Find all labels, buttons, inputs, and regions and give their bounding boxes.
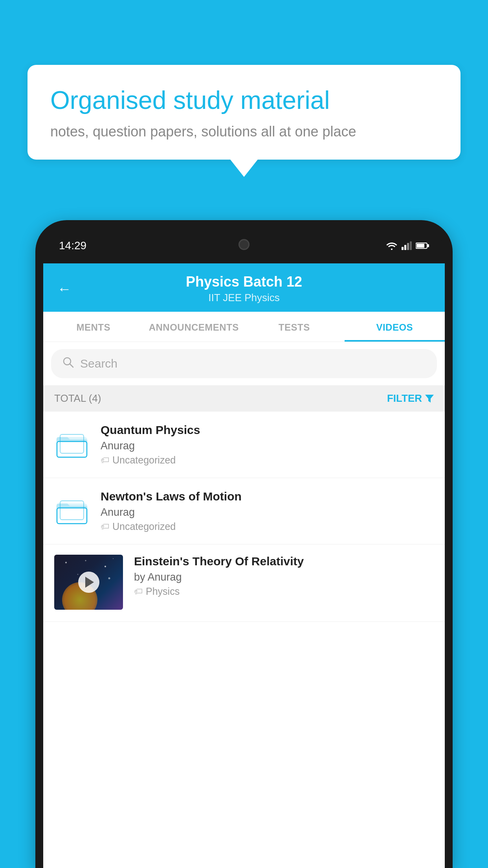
search-placeholder: Search <box>80 357 117 370</box>
battery-icon <box>416 242 429 249</box>
video-info: Einstein's Theory Of Relativity by Anura… <box>134 555 434 597</box>
total-count: TOTAL (4) <box>54 392 101 405</box>
tab-tests[interactable]: TESTS <box>244 312 345 342</box>
camera-notch <box>238 239 250 250</box>
video-tag: 🏷 Physics <box>134 586 434 597</box>
video-title: Newton's Laws of Motion <box>101 490 434 503</box>
svg-rect-0 <box>402 247 404 250</box>
svg-rect-14 <box>57 508 87 524</box>
tag-label: Uncategorized <box>112 454 176 466</box>
tag-label: Physics <box>146 586 180 597</box>
speech-bubble-title: Organised study material <box>50 85 438 116</box>
video-list: Quantum Physics Anurag 🏷 Uncategorized <box>43 412 445 622</box>
list-item[interactable]: Einstein's Theory Of Relativity by Anura… <box>43 544 445 622</box>
tab-ments[interactable]: MENTS <box>43 312 144 342</box>
search-bar[interactable]: Search <box>51 349 437 378</box>
video-tag: 🏷 Uncategorized <box>101 454 434 466</box>
tag-icon: 🏷 <box>101 522 109 532</box>
phone-frame: 14:29 ← P <box>35 220 453 868</box>
svg-rect-6 <box>427 244 429 247</box>
filter-funnel-icon <box>425 395 434 403</box>
svg-rect-1 <box>404 245 406 250</box>
wifi-icon <box>386 241 398 250</box>
video-author: Anurag <box>101 440 434 452</box>
app-subtitle: IIT JEE Physics <box>79 292 409 304</box>
back-button[interactable]: ← <box>57 281 72 297</box>
video-thumbnail <box>54 555 123 610</box>
list-item[interactable]: Quantum Physics Anurag 🏷 Uncategorized <box>43 412 445 478</box>
search-icon <box>62 356 74 371</box>
tag-icon: 🏷 <box>101 455 109 465</box>
svg-line-8 <box>70 364 73 367</box>
svg-rect-3 <box>410 241 412 250</box>
folder-icon <box>54 429 90 460</box>
tab-announcements[interactable]: ANNOUNCEMENTS <box>144 312 244 342</box>
svg-point-19 <box>113 558 114 559</box>
phone-time: 14:29 <box>59 239 86 252</box>
status-icons <box>386 241 429 250</box>
tag-icon: 🏷 <box>134 587 143 597</box>
video-info: Newton's Laws of Motion Anurag 🏷 Uncateg… <box>101 490 434 532</box>
phone-screen: ← Physics Batch 12 IIT JEE Physics MENTS… <box>43 263 445 868</box>
filter-label: FILTER <box>387 392 422 405</box>
svg-point-18 <box>105 566 106 567</box>
svg-rect-5 <box>416 244 424 248</box>
app-header: ← Physics Batch 12 IIT JEE Physics <box>43 263 445 312</box>
status-bar: 14:29 <box>43 228 445 263</box>
video-info: Quantum Physics Anurag 🏷 Uncategorized <box>101 423 434 466</box>
filter-button[interactable]: FILTER <box>387 392 434 405</box>
speech-bubble-subtitle: notes, question papers, solutions all at… <box>50 123 438 140</box>
play-button[interactable] <box>78 572 99 593</box>
filter-bar: TOTAL (4) FILTER <box>43 385 445 412</box>
tab-videos[interactable]: VIDEOS <box>345 312 445 342</box>
play-triangle-icon <box>85 577 94 588</box>
speech-bubble: Organised study material notes, question… <box>28 65 460 160</box>
svg-rect-11 <box>57 441 87 457</box>
search-container: Search <box>43 342 445 385</box>
tag-label: Uncategorized <box>112 521 176 532</box>
svg-point-17 <box>85 560 86 561</box>
svg-marker-9 <box>425 395 434 403</box>
folder-icon <box>54 495 90 527</box>
video-title: Einstein's Theory Of Relativity <box>134 555 434 568</box>
svg-point-20 <box>77 574 79 575</box>
svg-rect-2 <box>407 243 409 250</box>
video-tag: 🏷 Uncategorized <box>101 521 434 532</box>
list-item[interactable]: Newton's Laws of Motion Anurag 🏷 Uncateg… <box>43 478 445 544</box>
signal-icon <box>402 241 412 250</box>
video-title: Quantum Physics <box>101 423 434 437</box>
video-author: by Anurag <box>134 571 434 583</box>
app-title: Physics Batch 12 <box>79 274 409 290</box>
tabs-bar: MENTS ANNOUNCEMENTS TESTS VIDEOS <box>43 312 445 342</box>
header-title-area: Physics Batch 12 IIT JEE Physics <box>79 274 409 304</box>
svg-point-21 <box>108 577 110 579</box>
video-author: Anurag <box>101 506 434 519</box>
svg-point-16 <box>65 562 67 563</box>
